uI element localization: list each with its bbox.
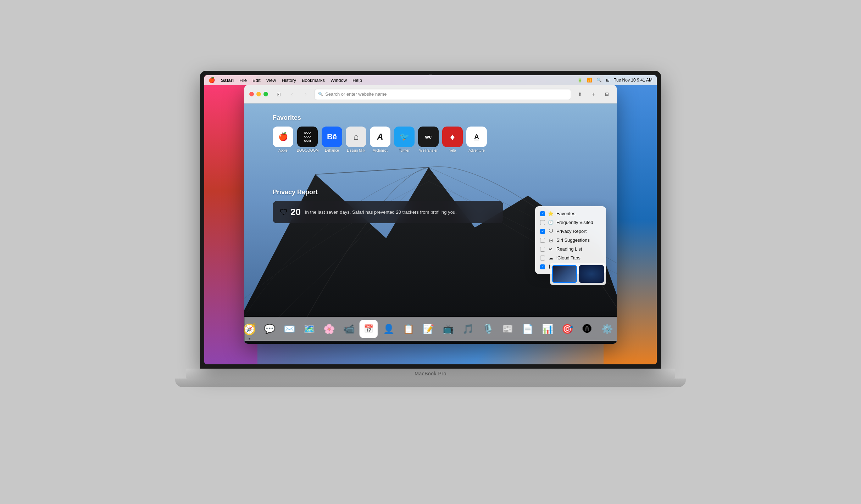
dock-systemprefs[interactable]: ⚙️ bbox=[598, 320, 616, 338]
favorite-wetransfer[interactable]: we WeTransfer bbox=[418, 127, 439, 152]
dock-news[interactable]: 📰 bbox=[499, 320, 517, 338]
search-icon[interactable]: 🔍 bbox=[596, 78, 602, 83]
favorite-designmilk[interactable]: ⌂ Design Milk bbox=[346, 127, 366, 152]
close-button[interactable] bbox=[249, 92, 254, 96]
back-button[interactable]: ‹ bbox=[287, 89, 297, 99]
podcasts-icon: 🎙️ bbox=[482, 324, 494, 335]
frequently-visited-checkbox[interactable] bbox=[540, 220, 545, 225]
menu-view[interactable]: View bbox=[266, 78, 276, 83]
dock-photos[interactable]: 🌸 bbox=[320, 320, 338, 338]
twitter-icon: 🐦 bbox=[394, 127, 415, 147]
tab-overview-button[interactable]: ⊞ bbox=[602, 89, 612, 99]
lock-icon: 🔍 bbox=[318, 92, 323, 96]
apple-menu[interactable]: 🍎 bbox=[209, 77, 215, 83]
share-button[interactable]: ⬆ bbox=[575, 89, 585, 99]
menu-item-siri[interactable]: ◎ Siri Suggestions bbox=[535, 236, 606, 245]
menu-item-label-siri: Siri Suggestions bbox=[556, 237, 590, 243]
dock-facetime[interactable]: 📹 bbox=[340, 320, 358, 338]
icloud-icon: ☁ bbox=[548, 255, 554, 261]
favorite-apple[interactable]: 🍎 Apple bbox=[273, 127, 293, 152]
favorite-adventure[interactable]: A Adventure bbox=[466, 127, 487, 152]
dock-appstore[interactable]: 🅐 bbox=[578, 320, 596, 338]
dock-contacts[interactable]: 👤 bbox=[379, 320, 398, 338]
maximize-button[interactable] bbox=[263, 92, 268, 96]
contacts-icon: 👤 bbox=[383, 324, 394, 335]
menu-item-frequently-visited[interactable]: 🕐 Frequently Visited bbox=[535, 218, 606, 227]
news-icon: 📰 bbox=[502, 324, 513, 334]
dock-safari[interactable]: 🧭 bbox=[244, 320, 259, 338]
menu-item-privacy-report[interactable]: ✓ 🛡 Privacy Report bbox=[535, 227, 606, 236]
boooom-icon: BOOOOOOOM bbox=[297, 127, 318, 147]
dock-notes[interactable]: 📝 bbox=[419, 320, 438, 338]
menu-item-label-privacy: Privacy Report bbox=[556, 229, 587, 234]
adventure-label: Adventure bbox=[468, 149, 485, 152]
tracker-message: In the last seven days, Safari has preve… bbox=[305, 209, 457, 215]
archinect-label: Archinect bbox=[373, 149, 388, 152]
control-center-icon[interactable]: ⊞ bbox=[606, 78, 610, 83]
safari-toolbar: ⊡ ‹ › 🔍 Search or enter website name ⬆ +… bbox=[244, 85, 617, 103]
menu-help[interactable]: Help bbox=[352, 78, 362, 83]
safari-content: Favorites 🍎 Apple BOOOOOOOM BOOOOOOM bbox=[244, 103, 617, 344]
menu-item-reading-list[interactable]: ∞ Reading List bbox=[535, 245, 606, 253]
favorite-boooom[interactable]: BOOOOOOOM BOOOOOOM bbox=[297, 127, 318, 152]
dock-music[interactable]: 🎵 bbox=[459, 320, 477, 338]
privacy-report-checkbox[interactable]: ✓ bbox=[540, 229, 545, 234]
siri-icon: ◎ bbox=[548, 237, 554, 243]
appstore-icon: 🅐 bbox=[583, 324, 592, 335]
dock-podcasts[interactable]: 🎙️ bbox=[479, 320, 497, 338]
dock-maps[interactable]: 🗺️ bbox=[300, 320, 318, 338]
appletv-icon: 📺 bbox=[443, 324, 454, 335]
dock-mail[interactable]: ✉️ bbox=[280, 320, 299, 338]
wetransfer-icon: we bbox=[418, 127, 439, 147]
menu-app-name[interactable]: Safari bbox=[221, 78, 234, 83]
menu-file[interactable]: File bbox=[239, 78, 247, 83]
bg-thumb-1[interactable] bbox=[552, 265, 577, 283]
new-tab-button[interactable]: + bbox=[588, 89, 598, 99]
favorite-archinect[interactable]: A Archinect bbox=[370, 127, 390, 152]
forward-button[interactable]: › bbox=[301, 89, 311, 99]
dock-keynote[interactable]: 🎯 bbox=[558, 320, 577, 338]
wifi-icon: 📶 bbox=[587, 78, 592, 83]
dock-pages[interactable]: 📄 bbox=[518, 320, 537, 338]
menu-item-label-reading: Reading List bbox=[556, 246, 582, 252]
dock-reminders[interactable]: 📋 bbox=[399, 320, 418, 338]
dock: 🟦 bbox=[244, 317, 617, 341]
icloud-tabs-checkbox[interactable] bbox=[540, 256, 545, 261]
yelp-icon: ♦ bbox=[442, 127, 463, 147]
favorite-twitter[interactable]: 🐦 Twitter bbox=[394, 127, 415, 152]
menu-history[interactable]: History bbox=[282, 78, 296, 83]
background-checkbox[interactable]: ✓ bbox=[540, 264, 545, 269]
dock-appletv[interactable]: 📺 bbox=[439, 320, 457, 338]
dock-calendar[interactable]: 📅 bbox=[360, 320, 378, 338]
menu-bookmarks[interactable]: Bookmarks bbox=[302, 78, 325, 83]
favorite-yelp[interactable]: ♦ Yelp bbox=[442, 127, 463, 152]
favorite-behance[interactable]: Bē Behance bbox=[322, 127, 342, 152]
battery-icon: 🔋 bbox=[577, 78, 583, 83]
menu-item-icloud-tabs[interactable]: ☁ iCloud Tabs bbox=[535, 253, 606, 262]
bg-thumb-2[interactable] bbox=[579, 265, 604, 283]
maps-icon: 🗺️ bbox=[304, 324, 315, 335]
dock-numbers[interactable]: 📊 bbox=[538, 320, 557, 338]
reading-list-checkbox[interactable] bbox=[540, 247, 545, 252]
minimize-button[interactable] bbox=[256, 92, 261, 96]
boooom-label: BOOOOOOM bbox=[297, 149, 318, 152]
designmilk-label: Design Milk bbox=[347, 149, 365, 152]
safari-window: ⊡ ‹ › 🔍 Search or enter website name ⬆ +… bbox=[244, 85, 617, 344]
menu-item-favorites[interactable]: ✓ ⭐ Favorites bbox=[535, 209, 606, 218]
systemprefs-icon: ⚙️ bbox=[601, 324, 613, 335]
address-bar[interactable]: 🔍 Search or enter website name bbox=[314, 89, 571, 100]
privacy-section: Privacy Report 🛡 20 In the last seven da… bbox=[273, 189, 503, 223]
dock-messages[interactable]: 💬 bbox=[260, 320, 279, 338]
tracker-count: 🛡 20 bbox=[280, 207, 301, 218]
favorites-section: Favorites 🍎 Apple BOOOOOOOM BOOOOOOM bbox=[273, 114, 487, 152]
reading-list-icon: ∞ bbox=[548, 246, 554, 252]
menu-edit[interactable]: Edit bbox=[252, 78, 260, 83]
archinect-icon: A bbox=[370, 127, 390, 147]
sidebar-toggle[interactable]: ⊡ bbox=[274, 89, 284, 99]
siri-checkbox[interactable] bbox=[540, 238, 545, 243]
menu-window[interactable]: Window bbox=[330, 78, 347, 83]
favorites-star-icon: ⭐ bbox=[548, 211, 554, 216]
numbers-icon: 📊 bbox=[542, 324, 553, 335]
address-placeholder: Search or enter website name bbox=[325, 91, 387, 97]
favorites-checkbox[interactable]: ✓ bbox=[540, 211, 545, 216]
